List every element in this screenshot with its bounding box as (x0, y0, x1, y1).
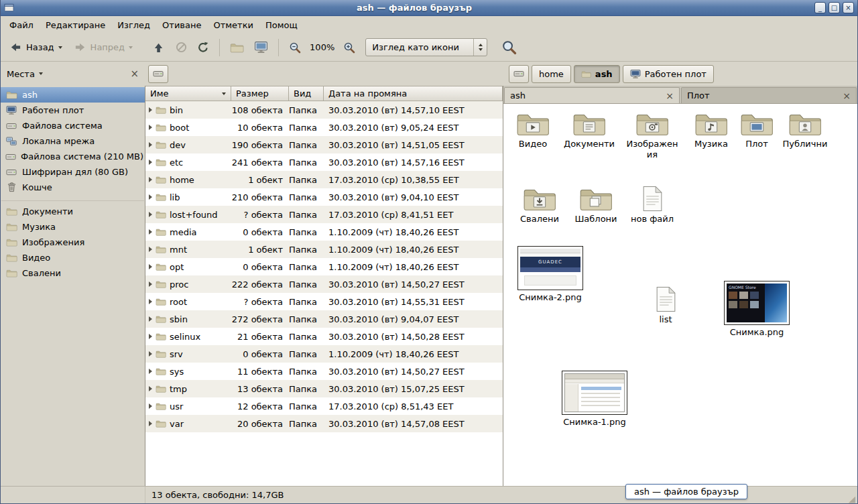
sidebar-item-desktop[interactable]: Работен плот (1, 103, 145, 118)
stop-button[interactable] (172, 38, 191, 56)
expander-icon[interactable] (149, 247, 152, 252)
column-header-name[interactable]: Име (145, 86, 231, 101)
expander-icon[interactable] (149, 142, 152, 147)
table-row[interactable]: tmp13 обектаПапка30.03.2010 (вт) 15,07,2… (145, 380, 503, 397)
search-button[interactable] (497, 36, 521, 58)
places-dropdown-icon[interactable] (39, 72, 43, 75)
expander-icon[interactable] (149, 421, 152, 426)
expander-icon[interactable] (149, 403, 152, 409)
sidebar-item-filesystem[interactable]: Файлова система (1, 118, 145, 133)
table-row[interactable]: home1 обектПапка17.03.2010 (ср) 10,38,55… (145, 171, 503, 188)
sidebar-item-pictures[interactable]: Изображения (1, 235, 145, 250)
table-row[interactable]: var20 обектаПапка30.03.2010 (вт) 14,57,0… (145, 415, 503, 432)
icon-view-canvas[interactable]: ВидеоДокументиИзображенияМузикаПлотПубли… (503, 104, 857, 486)
tree-pathbar-root-button[interactable] (148, 65, 168, 83)
table-row[interactable]: root? обектаПапка30.03.2010 (вт) 14,55,3… (145, 293, 503, 310)
sidebar-item-downloads[interactable]: Свалени (1, 265, 145, 281)
file-icon-documents[interactable]: Документи (561, 111, 617, 149)
menu-file[interactable]: Файл (3, 16, 40, 34)
titlebar[interactable]: ash — файлов браузър _ □ × (1, 0, 857, 16)
table-row[interactable]: lost+found? обектаПапка17.03.2010 (ср) 8… (145, 206, 503, 223)
expander-icon[interactable] (149, 281, 152, 287)
sidebar-item-video[interactable]: Видео (1, 250, 145, 265)
table-row[interactable]: lib210 обектаПапка30.03.2010 (вт) 9,04,1… (145, 188, 503, 206)
forward-button[interactable]: Напред (69, 38, 137, 56)
menu-edit[interactable]: Редактиране (40, 16, 111, 34)
menu-bookmarks[interactable]: Отметки (207, 16, 259, 34)
view-selector[interactable]: Изглед като икони (365, 38, 487, 56)
back-history-dropdown-icon[interactable] (58, 46, 62, 49)
column-header-size[interactable]: Размер (231, 86, 289, 101)
table-row[interactable]: etc241 обектаПапка30.03.2010 (вт) 14,57,… (145, 153, 503, 171)
sidebar-item-ash[interactable]: ash (1, 87, 145, 103)
table-row[interactable]: opt0 обектаПапка1.10.2009 (чт) 18,40,26 … (145, 258, 503, 275)
expander-icon[interactable] (149, 125, 152, 130)
sidebar-item-encrypted-80[interactable]: Шифриран дял (80 GB) (1, 164, 145, 180)
table-row[interactable]: bin108 обектаПапка30.03.2010 (вт) 14,57,… (145, 101, 503, 119)
file-icon-new-file[interactable]: нов файл (624, 186, 680, 225)
expander-icon[interactable] (149, 160, 152, 165)
sidebar-item-documents[interactable]: Документи (1, 204, 145, 219)
menu-go[interactable]: Отиване (156, 16, 207, 34)
menu-view[interactable]: Изглед (111, 16, 156, 34)
expander-icon[interactable] (149, 316, 152, 322)
expander-icon[interactable] (149, 369, 152, 374)
up-button[interactable] (149, 38, 170, 56)
table-row[interactable]: mnt1 обектПапка1.10.2009 (чт) 18,40,26 E… (145, 241, 503, 258)
file-icon-snimka[interactable]: GNOME StoreСнимка.png (722, 281, 792, 338)
expander-icon[interactable] (149, 177, 152, 182)
file-icon-templates[interactable]: Шаблони (568, 186, 624, 225)
expander-icon[interactable] (149, 264, 152, 269)
table-row[interactable]: media0 обектаПапка1.10.2009 (чт) 18,40,2… (145, 223, 503, 241)
sidebar-item-trash[interactable]: Кошче (1, 180, 145, 195)
tab-close-icon[interactable]: × (843, 91, 851, 101)
computer-button[interactable] (250, 37, 272, 58)
sidebar-item-filesystem-210[interactable]: Файлова система (210 MB) (1, 149, 145, 164)
expander-icon[interactable] (149, 351, 152, 357)
file-icon-video[interactable]: Видео (505, 111, 561, 149)
expander-icon[interactable] (149, 386, 152, 391)
table-row[interactable]: srv0 обектаПапка1.10.2009 (чт) 18,40,26 … (145, 345, 503, 363)
places-title[interactable]: Места (7, 69, 35, 79)
expander-icon[interactable] (149, 334, 152, 339)
table-row[interactable]: sbin272 обектаПапка30.03.2010 (вт) 9,04,… (145, 310, 503, 328)
places-close-icon[interactable]: × (130, 69, 139, 79)
file-icon-downloads[interactable]: Свалени (511, 186, 568, 225)
table-row[interactable]: sys11 обектаПапка30.03.2010 (вт) 14,50,2… (145, 363, 503, 380)
zoom-out-button[interactable] (285, 38, 305, 57)
zoom-in-button[interactable] (339, 38, 359, 57)
resize-grip[interactable]: ◢ (849, 495, 855, 503)
table-row[interactable]: selinux21 обектаПапка30.03.2010 (вт) 14,… (145, 328, 503, 345)
expander-icon[interactable] (149, 229, 152, 235)
expander-icon[interactable] (149, 194, 152, 200)
forward-history-dropdown-icon[interactable] (129, 46, 133, 49)
reload-button[interactable] (193, 38, 213, 57)
expander-icon[interactable] (149, 212, 152, 217)
file-list[interactable]: bin108 обектаПапка30.03.2010 (вт) 14,57,… (145, 101, 503, 486)
table-row[interactable]: boot10 обектаПапка30.03.2010 (вт) 9,05,2… (145, 119, 503, 136)
pathbar-button-root[interactable] (509, 65, 529, 83)
file-icon-public[interactable]: Публични (777, 111, 833, 149)
pathbar-button-home[interactable]: home (532, 65, 571, 83)
file-icon-snimka1[interactable]: Снимка-1.png (560, 371, 629, 428)
file-icon-snimka2[interactable]: GUADECСнимка-2.png (515, 246, 585, 303)
file-icon-list[interactable]: list (637, 286, 694, 325)
expander-icon[interactable] (149, 299, 152, 304)
home-button[interactable] (226, 39, 248, 56)
table-row[interactable]: proc222 обектаПапка30.03.2010 (вт) 14,50… (145, 275, 503, 293)
pathbar-button-desktop[interactable]: Работен плот (623, 65, 714, 83)
close-button[interactable]: × (843, 2, 854, 13)
table-row[interactable]: usr12 обектаПапка17.03.2010 (ср) 8,51,43… (145, 397, 503, 415)
sidebar-item-music[interactable]: Музика (1, 219, 145, 235)
menu-help[interactable]: Помощ (259, 16, 304, 34)
file-icon-images[interactable]: Изображения (624, 111, 680, 160)
sidebar-item-local-network[interactable]: Локална мрежа (1, 133, 145, 149)
column-header-modified[interactable]: Дата на промяна (324, 86, 503, 101)
tab-plot[interactable]: Плот× (681, 87, 857, 103)
table-row[interactable]: dev190 обектаПапка30.03.2010 (вт) 14,51,… (145, 136, 503, 153)
tab-close-icon[interactable]: × (666, 91, 674, 101)
expander-icon[interactable] (149, 107, 152, 113)
pathbar-button-ash[interactable]: ash (574, 65, 620, 83)
column-header-type[interactable]: Вид (289, 86, 324, 101)
maximize-button[interactable]: □ (829, 2, 840, 13)
